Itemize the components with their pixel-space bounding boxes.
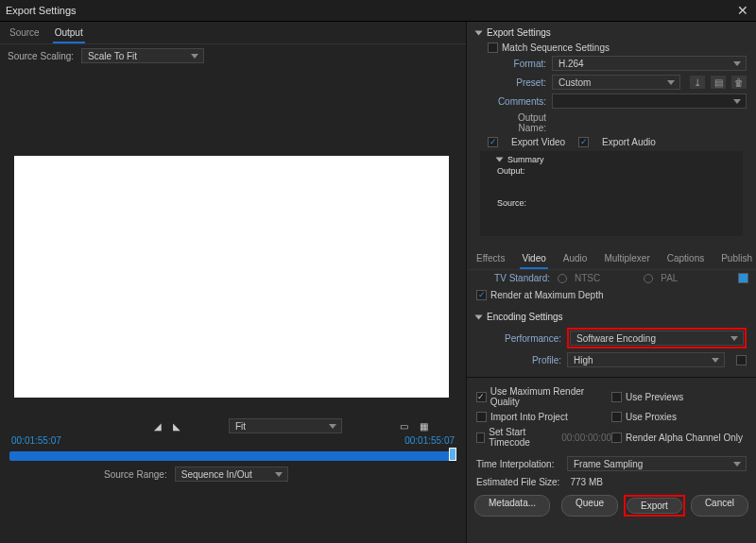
tab-source[interactable]: Source [8,25,42,43]
profile-select[interactable]: High [567,352,725,367]
tv-standard-label: TV Standard: [474,273,550,283]
performance-highlight: Software Encoding [567,328,747,348]
close-icon[interactable]: ✕ [735,3,750,18]
ntsc-label: NTSC [575,273,600,283]
comments-label: Comments: [488,96,546,107]
render-max-depth-label: Render at Maximum Depth [490,290,604,300]
playhead-marker[interactable] [449,448,456,461]
export-audio-label: Export Audio [602,137,656,147]
export-highlight: Export [624,495,685,517]
source-scaling-select[interactable]: Scale To Fit [81,48,204,63]
preset-label: Preset: [488,77,546,88]
summary-output-label: Output: [497,166,537,176]
render-alpha-label: Render Alpha Channel Only [626,433,743,443]
timecode-out: 00:01:55:07 [404,435,455,446]
profile-label: Profile: [488,355,561,365]
export-video-checkbox[interactable] [488,137,498,147]
timeline-slider[interactable] [9,451,456,461]
preset-select[interactable]: Custom [552,75,680,90]
right-panel: Export Settings Match Sequence Settings … [467,22,756,543]
mark-out-icon[interactable]: ◣ [172,421,181,432]
safe-margins-icon[interactable]: ▦ [419,421,429,432]
cancel-button[interactable]: Cancel [691,495,748,517]
tab-captions[interactable]: Captions [665,251,706,269]
source-range-label: Source Range: [104,469,167,480]
chevron-down-icon[interactable] [475,314,483,319]
delete-preset-icon[interactable]: 🗑 [731,76,747,89]
tab-multiplexer[interactable]: Multiplexer [602,251,651,269]
comments-input[interactable] [552,93,747,109]
import-project-label: Import Into Project [490,412,568,422]
render-max-depth-checkbox[interactable] [476,290,487,300]
tab-video[interactable]: Video [520,251,547,269]
export-button[interactable]: Export [627,498,682,514]
aspect-icon[interactable]: ▭ [399,421,409,432]
tab-audio[interactable]: Audio [561,251,590,269]
use-proxies-checkbox[interactable] [611,412,622,422]
tv-lock-checkbox[interactable] [738,273,748,283]
performance-select[interactable]: Software Encoding [570,331,744,346]
left-panel: Source Output Source Scaling: Scale To F… [0,22,467,543]
mark-in-icon[interactable]: ◢ [153,421,163,432]
chevron-down-icon[interactable] [496,158,504,162]
pal-label: PAL [661,273,678,283]
timecode-in: 00:01:55:07 [11,435,61,446]
performance-label: Performance: [488,333,561,344]
export-settings-header: Export Settings [487,27,551,38]
metadata-button[interactable]: Metadata... [474,495,550,517]
use-max-render-checkbox[interactable] [476,392,487,402]
est-size-value: 773 MB [571,477,603,487]
export-video-label: Export Video [511,137,565,147]
queue-button[interactable]: Queue [561,495,618,517]
import-preset-icon[interactable]: ▤ [711,76,726,89]
use-previews-label: Use Previews [626,392,683,402]
tab-effects[interactable]: Effects [474,251,507,269]
ntsc-radio[interactable] [558,274,567,283]
zoom-fit-select[interactable]: Fit [229,418,342,433]
export-audio-checkbox[interactable] [578,137,589,147]
summary-header: Summary [507,155,544,164]
use-previews-checkbox[interactable] [611,392,622,402]
format-select[interactable]: H.264 [552,56,747,71]
source-scaling-label: Source Scaling: [8,51,74,61]
summary-source-label: Source: [497,198,537,208]
preview-canvas [14,156,449,398]
time-interp-select[interactable]: Frame Sampling [567,456,747,471]
time-interp-label: Time Interpolation: [476,459,561,469]
pal-radio[interactable] [644,274,653,283]
set-start-tc-value: 00:00:00:00 [561,433,611,443]
tab-publish[interactable]: Publish [719,251,754,269]
profile-lock-checkbox[interactable] [736,355,747,365]
est-size-label: Estimated File Size: [476,477,559,487]
encoding-settings-header: Encoding Settings [487,312,563,322]
set-start-tc-label: Set Start Timecode [489,427,554,448]
output-name-label: Output Name: [488,112,546,133]
window-title: Export Settings [6,5,77,16]
use-proxies-label: Use Proxies [626,412,677,422]
render-alpha-checkbox[interactable] [611,433,622,443]
tab-output[interactable]: Output [53,25,85,43]
import-project-checkbox[interactable] [476,412,487,422]
source-range-select[interactable]: Sequence In/Out [175,467,288,482]
format-label: Format: [488,59,546,69]
match-sequence-label: Match Sequence Settings [502,42,610,53]
use-max-render-label: Use Maximum Render Quality [490,386,611,407]
save-preset-icon[interactable]: ⤓ [690,76,705,89]
set-start-tc-checkbox[interactable] [476,433,485,443]
chevron-down-icon[interactable] [475,30,483,35]
match-sequence-checkbox[interactable] [488,42,498,53]
